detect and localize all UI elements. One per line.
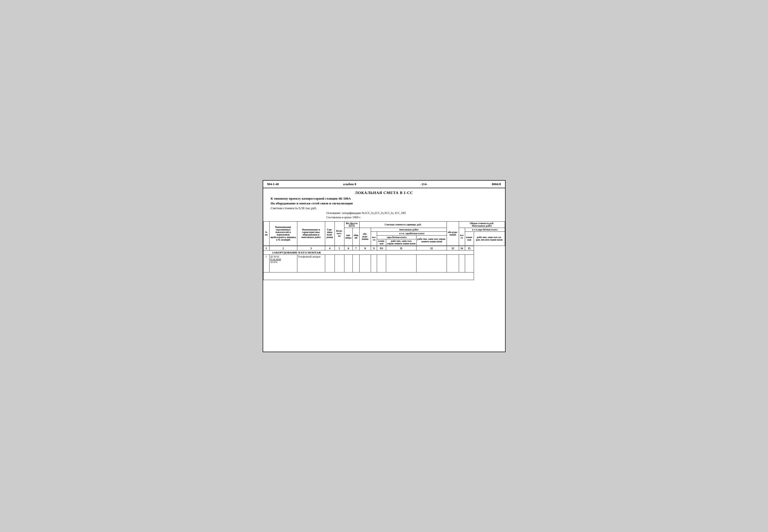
col-header-num: № пп	[263, 221, 269, 246]
header-section: ЛОКАЛЬНАЯ СМЕТА В I-СС К типовому проект…	[263, 188, 505, 221]
col-header-mont-group: монтажных работ	[371, 228, 447, 231]
col-header-tot-worker: рабо-чих, заня-тых уп-рав-лен-ием маши-н…	[474, 231, 505, 246]
col-header-name: Наименование укрупненных показателей и н…	[269, 221, 297, 246]
col-header-mont-base: основ-ная	[377, 239, 386, 246]
document-title: ЛОКАЛЬНАЯ СМЕТА В I-СС	[271, 191, 497, 195]
date-line: Составлена в ценах 1969 г.	[326, 216, 497, 219]
row1-col14	[459, 254, 465, 272]
top-bar: 904-I-48 альбом 8 -114- 8066/8	[263, 181, 505, 188]
section-heading-cell: I.ОБОРУДОВАНИЕ И ЕГО МОНТАЖ	[263, 250, 474, 254]
doc-id-left: 904-I-48	[267, 182, 279, 186]
col-header-mont-base2: рабо-чих, заня-тых управ-лением маши-нам…	[386, 239, 417, 246]
row1-col10	[377, 254, 386, 272]
col-header-est-equip: обо-рудо-вания	[359, 228, 371, 246]
row1-col5	[335, 254, 344, 272]
col-header-total-group: Общая стоимость,руб.Монтажных работ	[459, 221, 505, 228]
col-header-est-equip2: обо-рудо-вания	[447, 221, 459, 246]
table-row: I Д5 I6-02 П.04-0049 10-974 Телефонный а…	[263, 254, 505, 272]
col-num-9: 9	[371, 246, 377, 250]
row1-col3: Телефонный аппарат	[297, 254, 325, 272]
column-numbers-row: I 2 3 4 5 6 7 8 9 IO II I2 I3 I4 I5	[263, 246, 505, 250]
row1-col9	[371, 254, 377, 272]
subtitle2: На оборудование и монтаж сетей связи и с…	[271, 201, 497, 205]
row1-col4	[325, 254, 335, 272]
col-num-12: I2	[416, 246, 447, 250]
col-num-8: 8	[359, 246, 371, 250]
col-num-10: IO	[377, 246, 386, 250]
col-header-tot-all: всего	[459, 228, 465, 246]
col-header-qty: Коли-чест-во	[335, 221, 344, 246]
row1-col8	[359, 254, 371, 272]
col-header-wt-total: общий	[353, 228, 360, 246]
col-num-4: 4	[325, 246, 335, 250]
row1-col6	[344, 254, 353, 272]
col-num-1: I	[263, 246, 269, 250]
col-header-tot-wage-group: в т.ч.зара-ботная плата	[465, 228, 505, 231]
basis-line: Основание: опецификации №1СС,3з,2СС,3з,3…	[326, 211, 497, 215]
col-header-tot-base: основ-ная	[465, 231, 474, 246]
doc-id-right: 8066/8	[492, 182, 501, 186]
col-header-wt-unit: еди-ницы	[344, 228, 353, 246]
col-header-mont-worker: рабо-чих, заня-тых управ-лением маши-нам…	[416, 235, 447, 246]
subtitle1: К типовому проекту компрессорной станции…	[271, 197, 497, 201]
col-header-char: Наименование и характеристика оборудован…	[297, 221, 325, 246]
header-right: Основание: опецификации №1СС,3з,2СС,3з,3…	[326, 211, 497, 219]
col-num-11: II	[386, 246, 417, 250]
col-header-mont-all: все-го	[371, 231, 377, 246]
col-header-mont-wage-group: в т.ч. заработная плата	[377, 231, 447, 235]
row1-col11	[386, 254, 417, 272]
empty-row-1	[263, 272, 505, 280]
header-row-1: № пп Наименование укрупненных показателе…	[263, 221, 505, 228]
col-num-6: 6	[344, 246, 353, 250]
row1-col2: Д5 I6-02 П.04-0049 10-974	[269, 254, 297, 272]
col-header-est-group: Сметная стоимость единицы ,руб.	[359, 221, 447, 228]
document-page: 904-I-48 альбом 8 -114- 8066/8 ЛОКАЛЬНАЯ…	[263, 180, 506, 352]
col-header-unit: Еди-ница изме-рения	[325, 221, 335, 246]
row1-col12	[416, 254, 447, 272]
row1-col7	[353, 254, 360, 272]
main-table: № пп Наименование укрупненных показателе…	[263, 221, 505, 280]
col-num-3: 3	[297, 246, 325, 250]
row1-col15	[465, 254, 474, 272]
col-num-2: 2	[269, 246, 297, 250]
col-header-weight-group: Вес бруттонетто	[344, 221, 359, 228]
col-num-7: 7	[353, 246, 360, 250]
page-number: -114-	[421, 182, 427, 186]
col-num-5: 5	[335, 246, 344, 250]
col-num-15: I5	[465, 246, 474, 250]
section-heading-row: I.ОБОРУДОВАНИЕ И ЕГО МОНТАЖ	[263, 250, 505, 254]
col-num-13: I3	[447, 246, 459, 250]
cost-line: Сметная стоимость 0,58 тыс.руб.	[271, 206, 497, 210]
row1-col1: I	[263, 254, 269, 272]
row1-col13	[447, 254, 459, 272]
col-header-mont-wage-sub: зара-ботная плата	[377, 235, 416, 239]
col-num-14: I4	[459, 246, 465, 250]
album-label: альбом 8	[343, 182, 356, 186]
